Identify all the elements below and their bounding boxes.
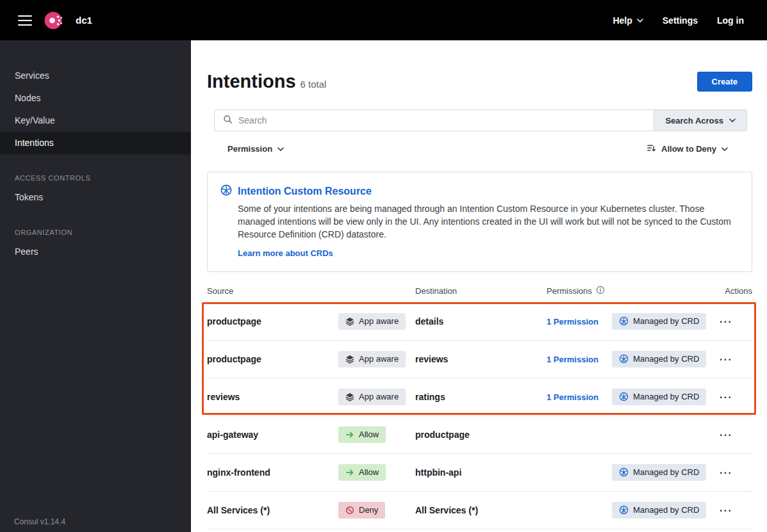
destination-name[interactable]: details — [415, 316, 547, 326]
settings-link[interactable]: Settings — [663, 15, 698, 26]
crd-badge-label: Managed by CRD — [633, 354, 699, 364]
help-menu[interactable]: Help — [613, 15, 643, 26]
more-actions-button[interactable]: ⋯ — [715, 312, 736, 330]
managed-by-crd-badge: Managed by CRD — [612, 351, 706, 367]
deny-circle-icon — [345, 506, 354, 515]
learn-more-crds-link[interactable]: Learn more about CRDs — [238, 248, 333, 258]
permission-link[interactable]: 1 Permission — [547, 355, 598, 364]
source-name[interactable]: api-gateway — [207, 430, 338, 440]
info-icon[interactable] — [596, 286, 605, 296]
destination-name[interactable]: reviews — [415, 354, 547, 364]
sidebar-item-intentions[interactable]: Intentions — [0, 132, 191, 154]
table-row[interactable]: productpage App aware details 1 Permissi… — [207, 303, 752, 341]
search-icon — [223, 115, 233, 127]
source-name[interactable]: productpage — [207, 316, 338, 326]
search-across-label: Search Across — [665, 116, 723, 125]
chevron-down-icon — [722, 147, 728, 151]
table-row[interactable]: productpage App aware reviews 1 Permissi… — [207, 341, 752, 378]
permission-link[interactable]: 1 Permission — [547, 392, 598, 402]
crd-banner: Intention Custom Resource Some of your i… — [207, 172, 752, 272]
filter-row: Permission Allow to Deny — [214, 140, 747, 158]
layers-icon — [345, 317, 354, 326]
sidebar-section-organization: ORGANIZATION — [0, 224, 191, 241]
permission-link[interactable]: 1 Permission — [547, 317, 598, 326]
version-label: Consul v1.14.4 — [14, 517, 65, 526]
arrow-right-icon — [345, 430, 354, 439]
search-bar: Search Across — [214, 109, 747, 131]
intention-action-badge: App aware — [338, 351, 406, 367]
crd-badge-label: Managed by CRD — [633, 392, 699, 401]
crd-badge-label: Managed by CRD — [633, 467, 699, 477]
actions-cell: ⋯ — [708, 388, 752, 406]
permission-filter-label: Permission — [227, 144, 272, 154]
create-button[interactable]: Create — [697, 72, 752, 92]
table-row[interactable]: api-gateway Allow productpage ⋯ — [207, 416, 752, 454]
sidebar-item-peers[interactable]: Peers — [0, 241, 191, 263]
badge-label: Allow — [359, 430, 379, 439]
column-destination: Destination — [415, 286, 547, 296]
source-name[interactable]: productpage — [207, 354, 338, 364]
search-input[interactable] — [238, 115, 645, 125]
table-row[interactable]: reviews App aware ratings 1 Permission M… — [207, 378, 752, 416]
search-field[interactable] — [214, 109, 654, 131]
kubernetes-icon — [619, 316, 629, 326]
badge-label: Deny — [359, 505, 378, 515]
layers-icon — [345, 392, 354, 401]
banner-body: Some of your intentions are being manage… — [238, 203, 734, 241]
source-name[interactable]: All Services (*) — [207, 505, 338, 515]
sidebar-item-keyvalue[interactable]: Key/Value — [0, 109, 191, 132]
consul-logo — [44, 11, 63, 30]
login-link[interactable]: Log in — [717, 15, 744, 26]
sidebar-item-tokens[interactable]: Tokens — [0, 186, 191, 209]
column-permissions: Permissions — [547, 286, 612, 296]
more-actions-button[interactable]: ⋯ — [715, 388, 736, 406]
destination-name[interactable]: All Services (*) — [415, 505, 547, 515]
source-name[interactable]: reviews — [207, 392, 338, 402]
permissions-cell: 1 Permission — [547, 353, 612, 365]
more-actions-button[interactable]: ⋯ — [715, 463, 736, 481]
crd-badge-label: Managed by CRD — [633, 316, 699, 326]
page-title-text: Intentions — [207, 71, 296, 92]
intention-action-cell: App aware — [338, 351, 415, 367]
kubernetes-icon — [220, 184, 232, 198]
datacenter-selector[interactable]: dc1 — [76, 15, 92, 26]
table-header: Source Destination Permissions Actions — [207, 280, 752, 303]
badge-label: Allow — [359, 467, 379, 477]
crd-cell: Managed by CRD — [612, 464, 708, 481]
sort-dropdown[interactable]: Allow to Deny — [647, 143, 747, 155]
intention-action-badge: App aware — [338, 313, 406, 330]
table-row[interactable]: nginx-frontend Allow httpbin-api Managed… — [207, 454, 752, 492]
topbar-nav: Help Settings Log in — [613, 15, 744, 26]
page-header: Intentions6 total Create — [207, 71, 752, 92]
intentions-table: Source Destination Permissions Actions p… — [207, 280, 752, 529]
sidebar-item-nodes[interactable]: Nodes — [0, 87, 191, 109]
table-row[interactable]: All Services (*) Deny All Services (*) M… — [207, 492, 752, 529]
destination-name[interactable]: productpage — [415, 430, 547, 440]
menu-icon[interactable] — [15, 12, 35, 29]
chevron-down-icon — [729, 118, 736, 122]
help-label: Help — [613, 15, 632, 26]
more-actions-button[interactable]: ⋯ — [715, 501, 736, 519]
more-actions-button[interactable]: ⋯ — [715, 426, 736, 444]
column-actions: Actions — [708, 286, 752, 296]
destination-name[interactable]: httpbin-api — [415, 467, 547, 478]
main-content: Intentions6 total Create Search Across — [191, 40, 767, 532]
permission-filter-dropdown[interactable]: Permission — [214, 144, 284, 154]
column-source: Source — [207, 286, 338, 296]
intention-action-cell: Deny — [338, 502, 415, 519]
destination-name[interactable]: ratings — [415, 392, 547, 402]
total-count: 6 total — [301, 79, 327, 90]
sidebar: Services Nodes Key/Value Intentions ACCE… — [0, 40, 191, 532]
managed-by-crd-badge: Managed by CRD — [612, 502, 706, 519]
intention-action-cell: App aware — [338, 313, 415, 330]
more-actions-button[interactable]: ⋯ — [715, 350, 736, 368]
page-title: Intentions6 total — [207, 71, 326, 92]
sidebar-item-services[interactable]: Services — [0, 65, 191, 87]
search-across-dropdown[interactable]: Search Across — [654, 109, 747, 131]
chevron-down-icon — [637, 19, 643, 22]
actions-cell: ⋯ — [708, 463, 752, 481]
kubernetes-icon — [619, 467, 629, 477]
crd-cell: Managed by CRD — [612, 502, 708, 519]
banner-title: Intention Custom Resource — [238, 186, 372, 197]
source-name[interactable]: nginx-frontend — [207, 467, 338, 478]
